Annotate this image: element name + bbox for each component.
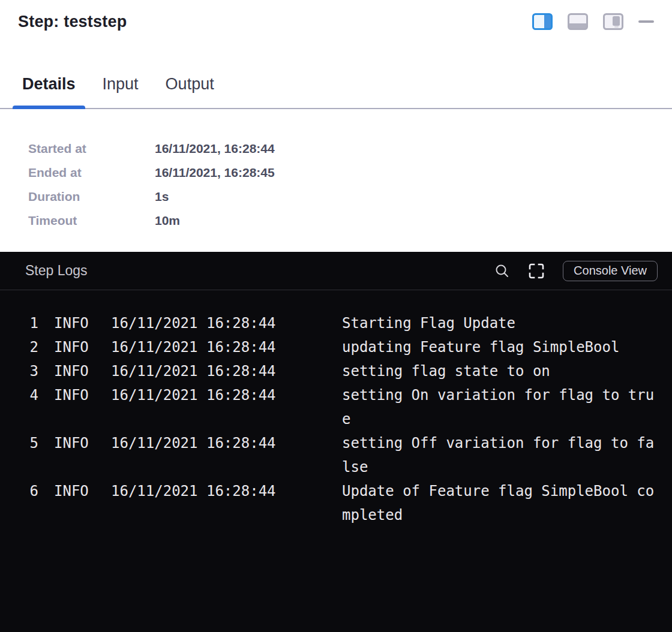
tab-output[interactable]: Output bbox=[156, 75, 224, 108]
log-level: INFO bbox=[38, 479, 111, 503]
layout-float-button[interactable] bbox=[603, 12, 623, 31]
log-level: INFO bbox=[38, 431, 111, 455]
details-section: Started at 16/11/2021, 16:28:44 Ended at… bbox=[0, 109, 672, 252]
log-message: setting Off variation for flag to false bbox=[342, 431, 654, 479]
expand-logs-button[interactable] bbox=[528, 261, 545, 281]
log-line: 6 INFO 16/11/2021 16:28:44 Update of Fea… bbox=[14, 479, 658, 527]
step-detail-panel: Step: teststep bbox=[0, 0, 672, 632]
log-panel-header: Step Logs Console View bbox=[0, 252, 672, 290]
detail-label: Started at bbox=[28, 137, 155, 161]
panel-layout-controls bbox=[532, 12, 654, 31]
log-actions: Console View bbox=[494, 261, 658, 281]
expand-icon bbox=[528, 263, 545, 279]
log-message: Starting Flag Update bbox=[342, 311, 654, 335]
log-level: INFO bbox=[38, 383, 111, 407]
log-line-number: 1 bbox=[14, 311, 38, 335]
split-bottom-icon bbox=[568, 13, 588, 30]
log-message: updating Feature flag SimpleBool bbox=[342, 335, 654, 359]
step-logs-panel: Step Logs Console View bbox=[0, 252, 672, 632]
step-tabs: Details Input Output bbox=[0, 43, 672, 109]
log-timestamp: 16/11/2021 16:28:44 bbox=[111, 311, 342, 335]
detail-label: Ended at bbox=[28, 161, 155, 185]
detail-label: Duration bbox=[28, 185, 155, 209]
log-level: INFO bbox=[38, 335, 111, 359]
log-timestamp: 16/11/2021 16:28:44 bbox=[111, 431, 342, 455]
float-panel-icon bbox=[603, 13, 623, 30]
panel-header: Step: teststep bbox=[0, 0, 672, 43]
log-line: 4 INFO 16/11/2021 16:28:44 setting On va… bbox=[14, 383, 658, 431]
tab-details[interactable]: Details bbox=[13, 75, 85, 108]
log-line: 3 INFO 16/11/2021 16:28:44 setting flag … bbox=[14, 359, 658, 383]
log-line-number: 4 bbox=[14, 383, 38, 407]
minimize-button[interactable] bbox=[638, 12, 654, 31]
log-line-number: 2 bbox=[14, 335, 38, 359]
log-timestamp: 16/11/2021 16:28:44 bbox=[111, 479, 342, 503]
log-line-number: 5 bbox=[14, 431, 38, 455]
tab-input[interactable]: Input bbox=[93, 75, 148, 108]
log-line: 1 INFO 16/11/2021 16:28:44 Starting Flag… bbox=[14, 311, 658, 335]
detail-row-started-at: Started at 16/11/2021, 16:28:44 bbox=[28, 137, 672, 161]
detail-value: 1s bbox=[155, 185, 169, 209]
layout-split-bottom-button[interactable] bbox=[568, 12, 588, 31]
search-icon bbox=[494, 263, 510, 279]
log-timestamp: 16/11/2021 16:28:44 bbox=[111, 383, 342, 407]
minimize-icon bbox=[638, 20, 654, 23]
log-line-number: 6 bbox=[14, 479, 38, 503]
log-message: setting flag state to on bbox=[342, 359, 654, 383]
log-level: INFO bbox=[38, 311, 111, 335]
detail-value: 10m bbox=[155, 209, 180, 233]
search-logs-button[interactable] bbox=[494, 261, 510, 281]
log-line-number: 3 bbox=[14, 359, 38, 383]
log-panel-title: Step Logs bbox=[25, 263, 88, 279]
log-line: 2 INFO 16/11/2021 16:28:44 updating Feat… bbox=[14, 335, 658, 359]
console-view-button[interactable]: Console View bbox=[563, 261, 658, 281]
log-timestamp: 16/11/2021 16:28:44 bbox=[111, 359, 342, 383]
log-level: INFO bbox=[38, 359, 111, 383]
detail-value: 16/11/2021, 16:28:44 bbox=[155, 137, 275, 161]
log-message: setting On variation for flag to true bbox=[342, 383, 654, 431]
detail-row-duration: Duration 1s bbox=[28, 185, 672, 209]
detail-row-timeout: Timeout 10m bbox=[28, 209, 672, 233]
page-title: Step: teststep bbox=[18, 13, 127, 31]
layout-split-right-button[interactable] bbox=[532, 12, 553, 31]
split-right-icon bbox=[532, 13, 553, 30]
log-message: Update of Feature flag SimpleBool comple… bbox=[342, 479, 654, 527]
log-timestamp: 16/11/2021 16:28:44 bbox=[111, 335, 342, 359]
log-line: 5 INFO 16/11/2021 16:28:44 setting Off v… bbox=[14, 431, 658, 479]
detail-label: Timeout bbox=[28, 209, 155, 233]
detail-row-ended-at: Ended at 16/11/2021, 16:28:45 bbox=[28, 161, 672, 185]
log-output: 1 INFO 16/11/2021 16:28:44 Starting Flag… bbox=[0, 290, 672, 527]
detail-value: 16/11/2021, 16:28:45 bbox=[155, 161, 275, 185]
